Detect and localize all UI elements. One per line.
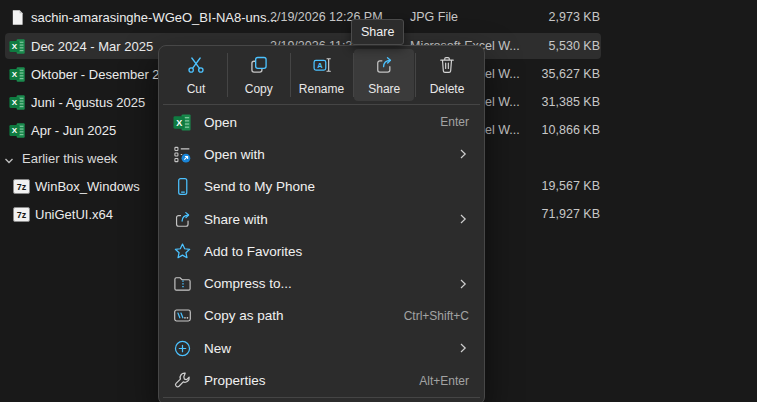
- rename-icon: A: [312, 55, 332, 79]
- file-size: 19,567 KB: [470, 173, 600, 200]
- share-tooltip: Share: [351, 19, 404, 45]
- file-size: 5,530 KB: [470, 33, 600, 60]
- chevron-right-icon: [457, 213, 469, 225]
- file-name: WinBox_Windows: [35, 173, 140, 200]
- toolbar-button-label: Cut: [187, 82, 206, 96]
- menu-item-send-to-my-phone[interactable]: Send to My Phone: [164, 171, 479, 203]
- copy-button[interactable]: Copy: [229, 49, 289, 101]
- menu-item-open-with[interactable]: Open with: [164, 138, 479, 170]
- copy-path-icon: [172, 306, 192, 326]
- context-menu-items: X Open Enter Open with Send to My Phone: [159, 105, 484, 398]
- svg-text:A: A: [317, 61, 323, 70]
- menu-item-label: Copy as path: [204, 308, 284, 323]
- group-header-label: Earlier this week: [22, 145, 117, 172]
- open-with-icon: [172, 144, 192, 164]
- shortcut-label: Ctrl+Shift+C: [404, 309, 469, 323]
- menu-item-share-with[interactable]: Share with: [164, 203, 479, 235]
- cut-icon: [186, 55, 206, 79]
- plus-circle-icon: [172, 338, 192, 358]
- svg-text:X: X: [176, 117, 182, 127]
- menu-item-label: New: [204, 341, 231, 356]
- chevron-right-icon: [457, 148, 469, 160]
- file-size: 35,627 KB: [470, 61, 600, 88]
- file-explorer-screen: sachin-amarasinghe-WGeO_BI-NA8-uns... 2/…: [0, 0, 757, 402]
- menu-item-label: Send to My Phone: [204, 179, 315, 194]
- shortcut-label: Alt+Enter: [419, 374, 469, 388]
- excel-icon: X: [9, 122, 26, 139]
- context-menu: Cut Copy A Rename Share: [158, 45, 485, 402]
- menu-item-properties[interactable]: Properties Alt+Enter: [164, 364, 479, 396]
- excel-icon: X: [9, 66, 26, 83]
- 7zip-badge: 7z: [13, 207, 30, 222]
- chevron-down-icon[interactable]: [3, 153, 15, 165]
- svg-text:X: X: [12, 70, 18, 79]
- file-name: sachin-amarasinghe-WGeO_BI-NA8-uns...: [31, 4, 277, 31]
- menu-item-open[interactable]: X Open Enter: [164, 106, 479, 138]
- copy-icon: [249, 55, 269, 79]
- menu-divider: [163, 397, 480, 398]
- delete-button[interactable]: Delete: [417, 49, 477, 101]
- file-name: UniGetUI.x64: [35, 201, 113, 228]
- delete-icon: [437, 55, 457, 79]
- shortcut-label: Enter: [440, 115, 469, 129]
- rename-button[interactable]: A Rename: [292, 49, 352, 101]
- file-name: Apr - Jun 2025: [31, 117, 116, 144]
- excel-icon: X: [172, 112, 192, 132]
- file-name: Juni - Agustus 2025: [31, 89, 145, 116]
- toolbar-button-label: Copy: [245, 82, 273, 96]
- file-icon: [9, 9, 26, 26]
- menu-item-label: Compress to...: [204, 276, 292, 291]
- share-icon: [172, 209, 192, 229]
- menu-item-compress-to[interactable]: Compress to...: [164, 267, 479, 299]
- context-menu-toolbar: Cut Copy A Rename Share: [159, 46, 484, 104]
- phone-icon: [172, 177, 192, 197]
- menu-item-new[interactable]: New: [164, 332, 479, 364]
- chevron-right-icon: [457, 342, 469, 354]
- toolbar-button-label: Share: [368, 82, 400, 96]
- menu-item-add-to-favorites[interactable]: Add to Favorites: [164, 235, 479, 267]
- file-size: 31,385 KB: [470, 89, 600, 116]
- svg-text:X: X: [12, 42, 18, 51]
- excel-icon: X: [9, 94, 26, 111]
- file-size: 10,866 KB: [470, 117, 600, 144]
- file-size: 71,927 KB: [470, 201, 600, 228]
- wrench-icon: [172, 371, 192, 391]
- 7zip-icon: 7z: [13, 206, 30, 223]
- menu-item-label: Open: [204, 115, 237, 130]
- zip-folder-icon: [172, 274, 192, 294]
- 7zip-badge: 7z: [13, 179, 30, 194]
- svg-text:X: X: [12, 126, 18, 135]
- toolbar-button-label: Rename: [299, 82, 344, 96]
- chevron-right-icon: [457, 278, 469, 290]
- file-name: Dec 2024 - Mar 2025: [31, 33, 153, 60]
- file-type: JPG File: [410, 4, 458, 31]
- star-icon: [172, 241, 192, 261]
- menu-item-label: Share with: [204, 212, 268, 227]
- file-size: 2,973 KB: [470, 4, 600, 31]
- toolbar-button-label: Delete: [430, 82, 465, 96]
- menu-item-label: Open with: [204, 147, 265, 162]
- share-button[interactable]: Share: [354, 49, 414, 101]
- 7zip-icon: 7z: [13, 178, 30, 195]
- cut-button[interactable]: Cut: [166, 49, 226, 101]
- menu-item-label: Properties: [204, 373, 266, 388]
- share-icon: [374, 55, 394, 79]
- menu-item-copy-as-path[interactable]: Copy as path Ctrl+Shift+C: [164, 300, 479, 332]
- menu-item-label: Add to Favorites: [204, 244, 302, 259]
- excel-icon: X: [9, 38, 26, 55]
- svg-text:X: X: [12, 98, 18, 107]
- file-name: Oktober - Desember 202: [31, 61, 174, 88]
